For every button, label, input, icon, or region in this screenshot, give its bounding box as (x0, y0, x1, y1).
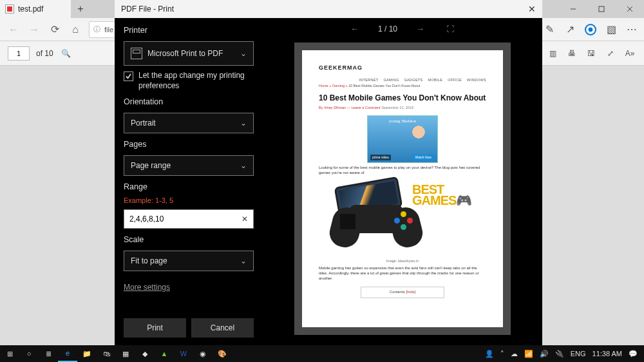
article-byline: By Viney Dhiman — Leave a Comment Septem… (319, 106, 486, 110)
tray-notifications-icon[interactable]: 💬 (629, 350, 638, 358)
address-text: file (104, 26, 113, 33)
printer-value: Microsoft Print to PDF (147, 49, 223, 58)
info-icon: ⓘ (93, 24, 100, 34)
page-total-label: of 10 (36, 49, 53, 58)
pages-heading: Pages (124, 140, 254, 149)
preview-page-counter: 1 / 10 (378, 24, 397, 33)
scale-select[interactable]: Fit to page ⌄ (124, 251, 254, 271)
scale-value: Fit to page (131, 256, 167, 265)
taskbar-paint[interactable]: 🎨 (213, 345, 232, 362)
crumb-current: 10 Best Mobile Games You Don't Know Abou… (348, 84, 420, 88)
printer-select[interactable]: Microsoft Print to PDF ⌄ (124, 41, 254, 66)
svg-rect-1 (599, 6, 604, 12)
scale-heading: Scale (124, 235, 254, 244)
more-settings-link[interactable]: More settings (124, 283, 254, 292)
taskbar-app3[interactable]: ▲ (155, 345, 174, 362)
start-button[interactable]: ⊞ (0, 345, 19, 362)
orientation-value: Portrait (131, 119, 156, 128)
browser-tab[interactable]: test.pdf (0, 0, 71, 18)
article-body: Mobile gaming has gotten so expansive th… (319, 266, 486, 281)
print-options-panel: Printer Microsoft Print to PDF ⌄ Let the… (115, 18, 263, 345)
chevron-down-icon: ⌄ (240, 256, 247, 265)
byline-author: By Viney Dhiman (319, 106, 346, 110)
task-view-button[interactable]: ≣ (39, 345, 58, 362)
face-buttons-icon (394, 211, 413, 231)
dialog-close-button[interactable]: ✕ (528, 4, 536, 14)
tray-power-icon[interactable]: 🔌 (555, 350, 564, 358)
print-icon[interactable]: 🖶 (565, 47, 578, 60)
save-icon[interactable]: 🖫 (585, 47, 598, 60)
taskbar-chrome[interactable]: ◉ (193, 345, 213, 362)
range-input[interactable] (129, 214, 242, 224)
tray-clock[interactable]: 11:38 AM (592, 350, 622, 357)
orientation-select[interactable]: Portrait ⌄ (124, 113, 254, 133)
notes-icon[interactable]: ▥ (546, 47, 559, 60)
tray-people-icon[interactable]: 👤 (485, 350, 494, 358)
share-icon[interactable]: ↗ (564, 24, 576, 35)
close-window-button[interactable] (616, 0, 644, 18)
preview-next-button[interactable]: → (414, 23, 427, 35)
print-button[interactable]: Print (124, 318, 186, 338)
ad-brand: prime video (370, 155, 391, 160)
forward-button[interactable]: → (27, 23, 41, 37)
minimize-button[interactable] (559, 0, 587, 18)
refresh-button[interactable]: ⟳ (48, 23, 62, 37)
pages-select[interactable]: Page range ⌄ (124, 155, 254, 176)
hero-image: BEST GAMES🎮 (328, 180, 477, 258)
tray-onedrive-icon[interactable]: ☁ (511, 350, 518, 358)
printer-heading: Printer (124, 26, 254, 35)
tray-wifi-icon[interactable]: 📶 (524, 350, 533, 358)
print-dialog: PDF File - Print ✕ Printer Microsoft Pri… (115, 0, 542, 345)
toc-label: Contents (390, 290, 405, 294)
tray-language[interactable]: ENG (571, 350, 586, 357)
new-tab-button[interactable]: + (71, 0, 90, 18)
tray-volume-icon[interactable]: 🔊 (540, 350, 549, 358)
preview-prev-button[interactable]: ← (348, 23, 361, 35)
dialog-title: PDF File - Print (121, 5, 174, 14)
read-aloud-icon[interactable]: A» (623, 47, 636, 60)
reading-view-icon[interactable] (585, 24, 596, 35)
let-app-checkbox[interactable]: Let the app change my printing preferenc… (124, 71, 254, 91)
nav-gadgets: GADGETS (404, 78, 423, 82)
dpad-icon (340, 214, 355, 229)
ad-title: young Sheldon (368, 119, 437, 124)
taskbar-app2[interactable]: ◆ (135, 345, 155, 362)
chevron-down-icon: ⌄ (240, 161, 247, 170)
pdf-favicon-icon (5, 5, 14, 14)
site-masthead: GEEKERMAG (319, 64, 486, 72)
back-button[interactable]: ← (6, 23, 21, 37)
nav-gaming: GAMING (383, 78, 399, 82)
pdf-search-icon[interactable]: 🔍 (60, 47, 73, 60)
taskbar-word[interactable]: W (174, 345, 193, 362)
cancel-button[interactable]: Cancel (191, 318, 254, 338)
home-button[interactable]: ⌂ (68, 23, 82, 37)
maximize-button[interactable] (587, 0, 616, 18)
taskbar: ⊞ ○ ≣ e 📁 🛍 ▦ ◆ ▲ W ◉ 🎨 👤 ˄ ☁ 📶 🔊 🔌 ENG … (0, 345, 644, 362)
taskbar-store[interactable]: 🛍 (97, 345, 116, 362)
crumb-cat: Gaming (332, 84, 345, 88)
system-tray: 👤 ˄ ☁ 📶 🔊 🔌 ENG 11:38 AM 💬 (478, 350, 644, 358)
article-lead: Looking for some of the best mobile game… (319, 166, 486, 176)
tray-up-icon[interactable]: ˄ (500, 350, 504, 358)
taskbar-edge[interactable]: e (58, 345, 77, 362)
toc-toggle: hide (407, 290, 414, 294)
range-heading: Range (124, 182, 254, 191)
range-input-wrap: ✕ (124, 209, 254, 229)
favorites-icon[interactable]: ▧ (605, 24, 617, 35)
search-button[interactable]: ○ (19, 345, 39, 362)
page-number-input[interactable] (8, 46, 30, 61)
byline-comment: Leave a Comment (352, 106, 381, 110)
let-app-label: Let the app change my printing preferenc… (138, 71, 254, 91)
draw-icon[interactable]: ✎ (544, 24, 555, 35)
more-icon[interactable]: ⋯ (626, 24, 638, 35)
taskbar-app1[interactable]: ▦ (116, 345, 135, 362)
chevron-down-icon: ⌄ (240, 119, 247, 128)
hero-word-games: GAMES (412, 193, 456, 207)
preview-page: GEEKERMAG INTERNET GAMING GADGETS MOBILE… (302, 50, 503, 327)
taskbar-explorer[interactable]: 📁 (77, 345, 97, 362)
navbar-actions: ✎ ↗ ▧ ⋯ (544, 24, 638, 35)
fit-icon[interactable]: ⤢ (604, 47, 617, 60)
byline-date: September 21, 2018 (381, 106, 413, 110)
preview-fullscreen-button[interactable]: ⛶ (444, 23, 457, 35)
clear-range-button[interactable]: ✕ (242, 214, 248, 224)
